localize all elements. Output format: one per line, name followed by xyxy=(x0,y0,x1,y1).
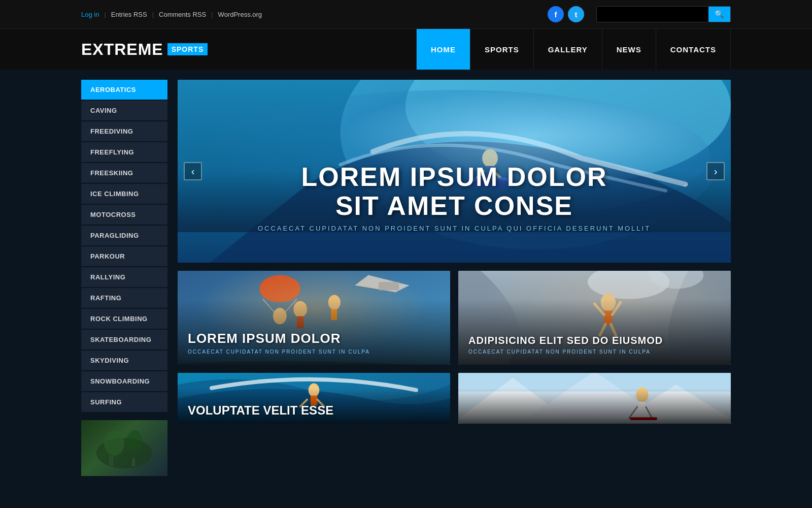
search-form: 🔍 xyxy=(596,6,731,22)
card-surfing2-text: VOLUPTATE VELIT ESSE xyxy=(188,403,440,418)
sidebar-item-freeflying[interactable]: FREEFLYING xyxy=(81,142,167,162)
sidebar-item-parkour[interactable]: PARKOUR xyxy=(81,246,167,266)
facebook-button[interactable]: f xyxy=(548,6,564,22)
sidebar-item-skateboarding[interactable]: SKATEBOARDING xyxy=(81,330,167,350)
sidebar-item-freediving[interactable]: FREEDIVING xyxy=(81,121,167,141)
card-skiing-overlay xyxy=(458,373,731,424)
sidebar-bottom-image xyxy=(81,420,167,476)
topbar-social: f t 🔍 xyxy=(548,6,731,22)
card-skydiving-title: LOREM IPSUM DOLOR xyxy=(188,331,440,346)
sidebar-item-surfing[interactable]: SURFING xyxy=(81,392,167,412)
hero-subtitle: OCCAECAT CUPIDATAT NON PROIDENT SUNT IN … xyxy=(178,225,731,232)
search-button[interactable]: 🔍 xyxy=(708,7,730,22)
card-surfing2-title: VOLUPTATE VELIT ESSE xyxy=(188,403,440,418)
sidebar: AEROBATICS CAVING FREEDIVING FREEFLYING … xyxy=(81,80,167,476)
sidebar-item-motocross[interactable]: MOTOCROSS xyxy=(81,205,167,225)
hero-title-line1: LOREM IPSUM DOLOR xyxy=(178,163,731,192)
topbar: Log in | Entries RSS | Comments RSS | Wo… xyxy=(0,0,812,29)
card-climbing[interactable]: ADIPISICING ELIT SED DO EIUSMOD OCCAECAT… xyxy=(458,271,731,365)
svg-point-2 xyxy=(127,430,142,451)
main-nav: HOME SPORTS GALLERY NEWS CONTACTS xyxy=(416,29,731,70)
main-wrap: AEROBATICS CAVING FREEDIVING FREEFLYING … xyxy=(0,70,812,486)
sidebar-image-graphic xyxy=(94,428,155,468)
svg-point-1 xyxy=(104,430,124,456)
nav-home[interactable]: HOME xyxy=(416,29,470,70)
sidebar-item-rafting[interactable]: RAFTING xyxy=(81,288,167,308)
sidebar-item-caving[interactable]: CAVING xyxy=(81,101,167,120)
twitter-button[interactable]: t xyxy=(568,6,584,22)
sidebar-item-freeskiing[interactable]: FREESKIING xyxy=(81,163,167,183)
search-input[interactable] xyxy=(597,8,708,21)
card-skydiving-subtitle: OCCAECAT CUPIDATAT NON PROIDENT SUNT IN … xyxy=(188,349,440,355)
comments-rss-link[interactable]: Comments RSS xyxy=(154,11,211,18)
card-grid-row1: LOREM IPSUM DOLOR OCCAECAT CUPIDATAT NON… xyxy=(178,271,731,365)
nav-gallery[interactable]: GALLERY xyxy=(534,29,602,70)
header: EXTREME SPORTS HOME SPORTS GALLERY NEWS … xyxy=(0,29,812,70)
sidebar-item-snowboarding[interactable]: SNOWBOARDING xyxy=(81,371,167,391)
card-climbing-subtitle: OCCAECAT CUPIDATAT NON PROIDENT SUNT IN … xyxy=(468,349,721,355)
svg-rect-3 xyxy=(109,456,113,466)
nav-sports[interactable]: SPORTS xyxy=(470,29,534,70)
hero-slider: LOREM IPSUM DOLOR SIT AMET CONSE OCCAECA… xyxy=(178,80,731,263)
sidebar-item-skydiving[interactable]: SKYDIVING xyxy=(81,351,167,370)
card-skydiving-text: LOREM IPSUM DOLOR OCCAECAT CUPIDATAT NON… xyxy=(188,331,440,355)
svg-rect-4 xyxy=(132,458,135,466)
twitter-icon: t xyxy=(575,10,578,19)
logo-sports: SPORTS xyxy=(167,43,208,55)
card-grid-row2: VOLUPTATE VELIT ESSE xyxy=(178,373,731,424)
sidebar-item-ice-climbing[interactable]: ICE CLIMBING xyxy=(81,184,167,204)
card-climbing-text: ADIPISICING ELIT SED DO EIUSMOD OCCAECAT… xyxy=(468,335,721,355)
topbar-links: Log in | Entries RSS | Comments RSS | Wo… xyxy=(81,11,267,18)
slider-next-button[interactable]: › xyxy=(706,162,725,180)
slider-prev-button[interactable]: ‹ xyxy=(184,162,202,180)
card-skydiving[interactable]: LOREM IPSUM DOLOR OCCAECAT CUPIDATAT NON… xyxy=(178,271,450,365)
sidebar-item-aerobatics[interactable]: AEROBATICS xyxy=(81,80,167,100)
hero-text: LOREM IPSUM DOLOR SIT AMET CONSE OCCAECA… xyxy=(178,163,731,232)
nav-contacts[interactable]: CONTACTS xyxy=(656,29,731,70)
logo-extreme: EXTREME xyxy=(81,40,163,59)
card-climbing-title: ADIPISICING ELIT SED DO EIUSMOD xyxy=(468,335,721,346)
nav-news[interactable]: NEWS xyxy=(602,29,656,70)
sidebar-item-paragliding[interactable]: PARAGLIDING xyxy=(81,226,167,245)
entries-rss-link[interactable]: Entries RSS xyxy=(106,11,152,18)
sidebar-item-rock-climbing[interactable]: ROCK CLIMBING xyxy=(81,309,167,329)
search-icon: 🔍 xyxy=(715,10,724,18)
wordpress-link[interactable]: WordPress.org xyxy=(213,11,267,18)
logo: EXTREME SPORTS xyxy=(81,40,208,59)
hero-title-line2: SIT AMET CONSE xyxy=(178,192,731,220)
sidebar-item-rallying[interactable]: RALLYING xyxy=(81,267,167,287)
login-link[interactable]: Log in xyxy=(81,11,104,18)
content-area: LOREM IPSUM DOLOR SIT AMET CONSE OCCAECA… xyxy=(178,80,731,476)
facebook-icon: f xyxy=(555,10,557,19)
card-surfing2[interactable]: VOLUPTATE VELIT ESSE xyxy=(178,373,450,424)
card-skiing[interactable] xyxy=(458,373,731,424)
